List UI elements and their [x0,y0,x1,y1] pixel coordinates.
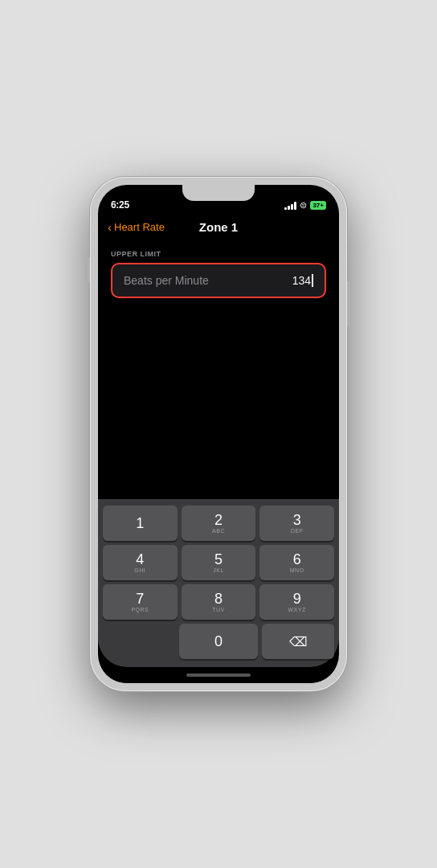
main-content: UPPER LIMIT Beats per Minute 134 [98,240,339,499]
phone-shell: 6:25 ⊜ 37+ ‹ Heart Rate Zone 1 UPP [90,177,347,691]
beats-input-field[interactable]: Beats per Minute 134 [111,263,326,298]
power-button [347,281,350,326]
back-label: Heart Rate [114,221,165,233]
key-7[interactable]: 7 PQRS [103,584,178,620]
keyboard-row-1: 1 2 ABC 3 DEF [103,506,334,541]
back-button[interactable]: ‹ Heart Rate [108,220,165,234]
home-bar [186,674,251,677]
navigation-bar: ‹ Heart Rate Zone 1 [98,214,339,240]
key-2[interactable]: 2 ABC [182,506,256,541]
key-6[interactable]: 6 MNO [259,545,334,580]
field-label: UPPER LIMIT [111,250,326,258]
wifi-icon: ⊜ [300,200,307,211]
key-3[interactable]: 3 DEF [259,506,334,541]
key-0[interactable]: 0 [179,624,258,659]
input-value: 134 [292,274,313,287]
notch [182,185,255,201]
key-5[interactable]: 5 JKL [182,545,256,580]
keyboard-row-3: 7 PQRS 8 TUV 9 WXYZ [103,584,334,620]
key-9[interactable]: 9 WXYZ [259,584,334,620]
delete-icon: ⌫ [289,634,308,649]
phone-screen: 6:25 ⊜ 37+ ‹ Heart Rate Zone 1 UPP [98,185,339,683]
keyboard-row-2: 4 GHI 5 JKL 6 MNO [103,545,334,580]
numeric-keyboard: 1 2 ABC 3 DEF 4 GHI 5 JKL [98,499,339,667]
signal-icon [284,202,296,210]
keyboard-row-4: 0 ⌫ [103,624,334,659]
home-indicator [98,667,339,683]
status-icons: ⊜ 37+ [284,200,326,211]
delete-button[interactable]: ⌫ [262,624,334,659]
text-cursor [312,274,313,287]
status-time: 6:25 [111,199,129,211]
volume-button [87,257,90,283]
key-4[interactable]: 4 GHI [103,545,178,580]
back-chevron-icon: ‹ [108,220,112,234]
battery-indicator: 37+ [310,201,326,210]
key-8[interactable]: 8 TUV [182,584,256,620]
input-placeholder: Beats per Minute [124,274,209,287]
key-1[interactable]: 1 [103,506,178,541]
key-empty [103,624,175,659]
page-title: Zone 1 [199,220,238,234]
